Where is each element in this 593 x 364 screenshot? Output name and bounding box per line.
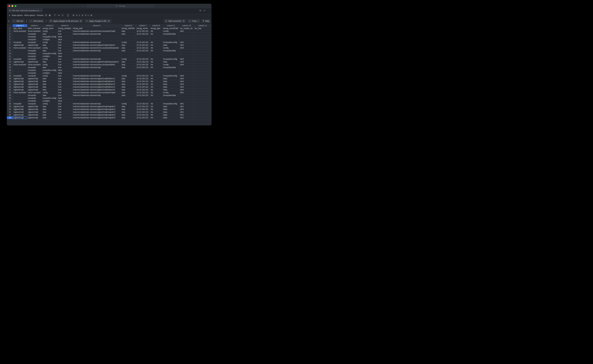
cell[interactable]: [13, 94, 27, 97]
cell[interactable]: eth1: [179, 117, 194, 119]
cell[interactable]: nfs: [150, 94, 162, 97]
cell[interactable]: zigbee2mqtt: [13, 114, 27, 117]
cell[interactable]: /mosquitto/data: [162, 94, 179, 97]
cell[interactable]: [121, 55, 136, 58]
cell[interactable]: /volume1/data/kube-volumes/home-assistan…: [72, 91, 121, 94]
cell[interactable]: mosquitto: [27, 41, 42, 44]
cell[interactable]: true: [57, 47, 72, 49]
cell[interactable]: [121, 38, 136, 41]
cell[interactable]: [13, 33, 27, 35]
cell[interactable]: [179, 38, 194, 41]
column-header[interactable]: column 9: [162, 24, 179, 27]
cell[interactable]: mosquitto: [27, 100, 42, 103]
cell[interactable]: zigbee2mqtt: [27, 44, 42, 47]
cell[interactable]: [194, 30, 211, 33]
cell[interactable]: data: [42, 114, 57, 117]
cell[interactable]: [194, 100, 211, 103]
cell[interactable]: [136, 35, 150, 38]
cell[interactable]: /mosquitto/data: [162, 49, 179, 52]
cell[interactable]: data: [121, 108, 136, 111]
cell[interactable]: mosquitto: [27, 75, 42, 77]
cell[interactable]: /data: [162, 77, 179, 80]
cell[interactable]: data: [42, 49, 57, 52]
cell[interactable]: /mosquitto/config: [162, 58, 179, 61]
cell[interactable]: [136, 97, 150, 100]
hide-comments-button[interactable]: Hide comments ?: [164, 19, 186, 23]
search-input[interactable]: 215-data: [86, 5, 155, 8]
column-header[interactable]: column 10: [179, 24, 194, 27]
cell[interactable]: [179, 94, 194, 97]
cell[interactable]: [121, 52, 136, 55]
cell[interactable]: data: [121, 61, 136, 63]
cell[interactable]: [194, 66, 211, 69]
cell[interactable]: [136, 38, 150, 41]
cell[interactable]: [194, 117, 211, 119]
cell[interactable]: home-assistant: [27, 91, 42, 94]
cell[interactable]: true: [57, 66, 72, 69]
cell[interactable]: nfs: [150, 114, 162, 117]
cell[interactable]: /volume1/data/kube-volumes/zigbee2mqtt/f…: [72, 86, 121, 89]
cell[interactable]: mosquitto: [13, 41, 27, 44]
column-header[interactable]: column 7: [136, 24, 150, 27]
cell[interactable]: zigbee2mqtt: [13, 86, 27, 89]
row-number-cell[interactable]: 16: [7, 69, 13, 72]
cell[interactable]: [194, 72, 211, 75]
cell[interactable]: [194, 35, 211, 38]
col-width-spinner[interactable]: ▴▾: [79, 14, 80, 16]
cell[interactable]: [136, 100, 150, 103]
cell[interactable]: /data: [162, 117, 179, 119]
cell[interactable]: /volume1/data/kube-volumes/zigbee2mqtt/m…: [72, 105, 121, 108]
cell[interactable]: [72, 38, 121, 41]
cell[interactable]: home-assistant: [27, 30, 42, 33]
cell[interactable]: true: [57, 41, 72, 44]
cell[interactable]: nw_mac: [194, 27, 211, 30]
cell[interactable]: data: [121, 117, 136, 119]
cell[interactable]: [194, 108, 211, 111]
cell[interactable]: 10.10.100.101: [136, 61, 150, 63]
cell[interactable]: 10.10.100.101: [136, 117, 150, 119]
row-number-cell[interactable]: 5: [7, 38, 13, 41]
cell[interactable]: [13, 66, 27, 69]
cell[interactable]: zigbee2mqtt: [13, 44, 27, 47]
help-button[interactable]: ? Help: [201, 19, 211, 23]
cell[interactable]: mosquitto: [13, 103, 27, 105]
cell[interactable]: [13, 69, 27, 72]
cell[interactable]: storag_server: [136, 27, 150, 30]
cell[interactable]: nfs: [150, 75, 162, 77]
column-header[interactable]: column 3: [42, 24, 57, 27]
cell[interactable]: [13, 38, 27, 41]
cell[interactable]: /volume1/data/kube-volumes/mqtt: [72, 103, 121, 105]
cell[interactable]: true: [57, 83, 72, 86]
cell[interactable]: config: [42, 58, 57, 61]
cell[interactable]: [72, 55, 121, 58]
cell[interactable]: eth1: [179, 103, 194, 105]
cell[interactable]: data: [42, 77, 57, 80]
cell[interactable]: mosquitto: [13, 58, 27, 61]
cell[interactable]: /mosquitto/config: [162, 75, 179, 77]
cell[interactable]: 10.10.100.101: [136, 91, 150, 94]
cell[interactable]: /mosquitto/data: [162, 33, 179, 35]
cell[interactable]: config: [42, 75, 57, 77]
cell[interactable]: false: [57, 69, 72, 72]
cell[interactable]: true: [57, 58, 72, 61]
cell[interactable]: /volume1/data/kube-volumes/zigbee2mqtt/m…: [72, 114, 121, 117]
column-header[interactable]: column 1: [13, 24, 27, 27]
column-header[interactable]: column 2: [27, 24, 42, 27]
cell[interactable]: [150, 100, 162, 103]
cell[interactable]: 10.10.100.101: [136, 89, 150, 91]
cell[interactable]: eth3: [179, 58, 194, 61]
cell[interactable]: [194, 33, 211, 35]
cell[interactable]: storag_subPath: [121, 27, 136, 30]
cell[interactable]: [179, 55, 194, 58]
cell[interactable]: zigbee2mqtt: [27, 105, 42, 108]
cell[interactable]: /volume1/data/kube-volumes/home-assistan…: [72, 30, 121, 33]
cell[interactable]: [194, 75, 211, 77]
column-header[interactable]: [7, 24, 13, 27]
cell[interactable]: true: [57, 77, 72, 80]
cell[interactable]: nfs: [150, 80, 162, 83]
cell[interactable]: zigbee2mqtt: [13, 111, 27, 114]
cell[interactable]: true: [57, 44, 72, 47]
cell[interactable]: [179, 35, 194, 38]
cell[interactable]: mosquitto-config: [42, 97, 57, 100]
cell[interactable]: /mosquitto/data: [162, 66, 179, 69]
